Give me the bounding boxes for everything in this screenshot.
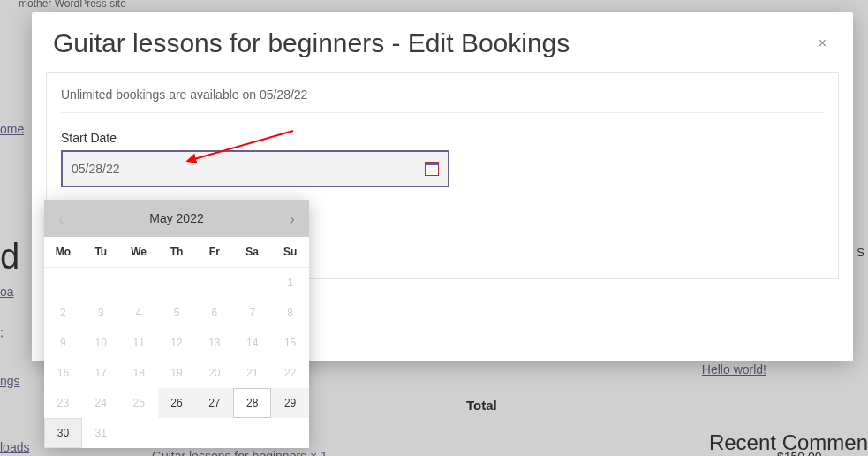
calendar-day-cell: 3 <box>82 298 120 328</box>
calendar-month-label: May 2022 <box>149 211 203 225</box>
calendar-day-cell[interactable]: 27 <box>195 388 233 418</box>
prev-month-button: ‹ <box>53 205 70 232</box>
calendar-day-cell: 10 <box>82 328 120 358</box>
next-month-button[interactable]: › <box>283 205 300 232</box>
calendar-day-cell: 20 <box>195 358 233 388</box>
availability-message: Unlimited bookings are available on 05/2… <box>61 87 824 113</box>
calendar-day-cell: 19 <box>158 358 196 388</box>
calendar-day-header: Tu <box>82 237 120 268</box>
calendar-day-cell: 5 <box>158 298 196 328</box>
calendar-day-header: Th <box>158 237 196 268</box>
calendar-day-cell: 9 <box>44 328 82 358</box>
calendar-day-cell: 16 <box>44 358 82 388</box>
calendar-day-header: We <box>120 237 158 268</box>
calendar-day-cell: 21 <box>233 358 271 388</box>
calendar-day-cell[interactable]: 30 <box>44 418 82 448</box>
calendar-day-header: Mo <box>44 237 82 268</box>
calendar-day-cell: 2 <box>44 298 82 328</box>
calendar-day-cell: 15 <box>271 328 309 358</box>
calendar-day-header: Fr <box>195 237 233 268</box>
calendar-day-cell: 22 <box>271 358 309 388</box>
calendar-day-cell: 24 <box>82 388 120 418</box>
calendar-day-cell: 12 <box>158 328 196 358</box>
calendar-day-cell: 6 <box>195 298 233 328</box>
calendar-day-header: Su <box>271 237 309 268</box>
calendar-day-cell[interactable]: 29 <box>271 388 309 418</box>
calendar-day-cell: 25 <box>120 388 158 418</box>
start-date-label: Start Date <box>61 131 824 145</box>
calendar-day-cell: 17 <box>82 358 120 388</box>
calendar-day-cell: 7 <box>233 298 271 328</box>
calendar-day-cell: 14 <box>233 328 271 358</box>
calendar-day-cell[interactable]: 26 <box>158 388 196 418</box>
calendar-day-cell: 31 <box>82 418 120 448</box>
calendar-day-cell: 13 <box>195 328 233 358</box>
calendar-icon[interactable] <box>425 162 439 176</box>
start-date-value: 05/28/22 <box>72 162 120 176</box>
calendar-day-cell: 23 <box>44 388 82 418</box>
close-button[interactable]: × <box>813 30 832 57</box>
calendar-day-cell: 4 <box>120 298 158 328</box>
calendar-day-cell: 1 <box>271 268 309 298</box>
calendar-day-header: Sa <box>233 237 271 268</box>
start-date-input[interactable]: 05/28/22 <box>61 150 449 187</box>
calendar-day-cell[interactable]: 28 <box>233 388 271 418</box>
calendar-day-cell: 18 <box>120 358 158 388</box>
datepicker: ‹ May 2022 › MoTuWeThFrSaSu1234567891011… <box>44 200 309 448</box>
calendar-day-cell: 8 <box>271 298 309 328</box>
modal-title: Guitar lessons for beginners - Edit Book… <box>53 28 570 58</box>
calendar-day-cell: 11 <box>120 328 158 358</box>
